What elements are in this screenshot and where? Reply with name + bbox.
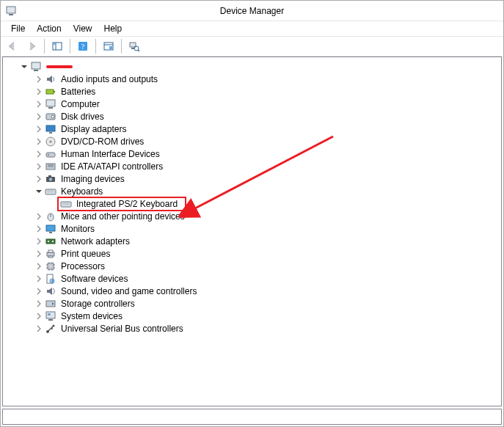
tree-category-label: IDE ATA/ATAPI controllers xyxy=(59,161,164,172)
forward-button[interactable] xyxy=(23,38,40,54)
expand-icon[interactable] xyxy=(34,136,44,147)
menu-help[interactable]: Help xyxy=(98,22,128,35)
expand-icon[interactable] xyxy=(34,224,44,234)
svg-point-66 xyxy=(53,324,55,326)
expand-icon[interactable] xyxy=(34,149,44,159)
expand-icon[interactable] xyxy=(34,211,44,222)
expand-icon[interactable] xyxy=(34,174,44,184)
properties-button[interactable] xyxy=(100,38,117,54)
toolbar-divider xyxy=(95,39,96,54)
tree-category-computer[interactable]: Computer xyxy=(6,98,501,110)
expand-icon[interactable] xyxy=(34,99,44,109)
app-icon xyxy=(5,5,17,17)
expand-icon[interactable] xyxy=(34,161,44,172)
svg-rect-63 xyxy=(48,319,53,321)
tree-category-usb[interactable]: Universal Serial Bus controllers xyxy=(6,322,501,335)
tree-category-label: Disk drives xyxy=(59,111,106,123)
network-icon xyxy=(45,236,56,247)
tree-category-audio[interactable]: Audio inputs and outputs xyxy=(6,73,501,85)
expand-icon[interactable] xyxy=(34,261,44,271)
tree-category-disk[interactable]: Disk drives xyxy=(6,110,501,123)
tree-category-label: Print queues xyxy=(59,248,112,260)
svg-rect-18 xyxy=(46,100,55,106)
tree-category-cpu[interactable]: Processors xyxy=(6,260,501,272)
disk-icon xyxy=(45,111,56,123)
tree-category-keyboards[interactable]: Keyboards xyxy=(6,185,501,197)
mice-icon xyxy=(45,211,56,222)
svg-point-25 xyxy=(50,140,52,142)
batteries-icon xyxy=(45,86,56,98)
tree-category-sound[interactable]: Sound, video and game controllers xyxy=(6,285,501,297)
svg-rect-17 xyxy=(54,91,55,92)
collapse-icon[interactable] xyxy=(34,186,44,197)
svg-line-13 xyxy=(138,50,139,51)
svg-rect-10 xyxy=(130,43,136,47)
svg-rect-1 xyxy=(9,14,13,15)
expand-icon[interactable] xyxy=(34,112,44,122)
expand-icon[interactable] xyxy=(34,324,44,334)
ide-icon xyxy=(45,161,56,172)
tree-category-label: Batteries xyxy=(59,86,97,98)
tree-category-label: System devices xyxy=(59,310,124,322)
menu-file[interactable]: File xyxy=(5,22,31,35)
expand-icon[interactable] xyxy=(34,286,44,296)
tree-category-network[interactable]: Network adapters xyxy=(6,235,501,247)
tree-category-software[interactable]: Software devices xyxy=(6,272,501,285)
tree-category-monitors[interactable]: Monitors xyxy=(6,222,501,235)
svg-rect-19 xyxy=(48,107,53,109)
show-hide-console-tree-button[interactable] xyxy=(48,38,66,54)
menu-action[interactable]: Action xyxy=(31,22,67,35)
menubar: File Action View Help xyxy=(1,21,503,36)
tree-category-system[interactable]: System devices xyxy=(6,310,501,322)
expand-icon[interactable] xyxy=(34,299,44,309)
software-icon xyxy=(45,273,56,285)
expand-icon[interactable] xyxy=(34,74,44,84)
tree-category-label: Processors xyxy=(59,260,106,272)
tree-category-label: Keyboards xyxy=(59,186,104,197)
svg-rect-16 xyxy=(46,90,54,94)
imaging-icon xyxy=(45,173,56,185)
svg-point-27 xyxy=(48,154,49,156)
help-button[interactable]: ? xyxy=(74,38,92,54)
tree-category-mice[interactable]: Mice and other pointing devices xyxy=(6,210,501,222)
svg-rect-26 xyxy=(46,153,55,157)
collapse-icon[interactable] xyxy=(19,62,29,72)
window-title: Device Manager xyxy=(220,6,284,16)
expand-icon[interactable] xyxy=(34,274,44,284)
storage-icon xyxy=(45,298,56,310)
svg-rect-64 xyxy=(48,313,51,315)
svg-rect-49 xyxy=(48,256,53,258)
tree-category-dvd[interactable]: DVD/CD-ROM drives xyxy=(6,135,501,147)
tree-category-print[interactable]: Print queues xyxy=(6,247,501,260)
scan-hardware-button[interactable] xyxy=(125,38,143,54)
tree-category-batteries[interactable]: Batteries xyxy=(6,85,501,98)
svg-point-32 xyxy=(49,178,52,180)
monitors-icon xyxy=(45,223,56,235)
expand-icon[interactable] xyxy=(34,124,44,134)
svg-rect-47 xyxy=(47,252,54,256)
svg-rect-11 xyxy=(131,48,134,49)
svg-rect-46 xyxy=(52,241,54,242)
tree-root[interactable] xyxy=(6,60,501,73)
tree-category-label: Universal Serial Bus controllers xyxy=(59,323,185,335)
tree-category-storage[interactable]: Storage controllers xyxy=(6,297,501,310)
tree-category-hid[interactable]: Human Interface Devices xyxy=(6,147,501,160)
device-tree-panel[interactable]: Audio inputs and outputsBatteriesCompute… xyxy=(2,56,502,406)
svg-rect-50 xyxy=(48,263,54,269)
tree-category-label: Imaging devices xyxy=(59,173,126,185)
back-button[interactable] xyxy=(4,38,21,54)
tree-item-ps2kb[interactable]: Integrated PS/2 Keyboard xyxy=(6,197,501,210)
tree-category-label: Display adapters xyxy=(59,123,128,135)
expand-icon[interactable] xyxy=(34,249,44,259)
expand-icon[interactable] xyxy=(34,236,44,247)
svg-rect-9 xyxy=(109,46,112,49)
expand-icon[interactable] xyxy=(34,311,44,321)
menu-view[interactable]: View xyxy=(67,22,98,35)
tree-category-imaging[interactable]: Imaging devices xyxy=(6,172,501,185)
tree-category-ide[interactable]: IDE ATA/ATAPI controllers xyxy=(6,160,501,172)
svg-rect-0 xyxy=(7,7,15,13)
tree-category-display[interactable]: Display adapters xyxy=(6,123,501,135)
expand-icon[interactable] xyxy=(34,87,44,97)
tree-category-label: Mice and other pointing devices xyxy=(59,211,186,222)
computer-icon xyxy=(45,98,56,110)
